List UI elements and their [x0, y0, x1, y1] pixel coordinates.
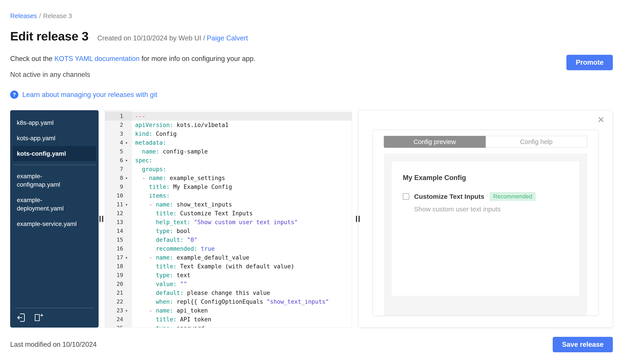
code-line-20[interactable]: 20 value: "": [105, 280, 352, 288]
file-import-icon[interactable]: [16, 313, 26, 323]
code-line-19[interactable]: 19 type: text: [105, 271, 352, 280]
fold-icon[interactable]: ▾: [123, 253, 130, 262]
sidebar-divider: [13, 165, 96, 165]
line-number: 5: [105, 147, 132, 156]
line-number: 10: [105, 191, 132, 200]
code-line-11[interactable]: 11▾ - name: show_text_inputs: [105, 200, 352, 209]
file-item-example-deployment.yaml[interactable]: example-deployment.yaml: [13, 192, 96, 216]
page: Releases/Release 3 Edit release 3 Create…: [0, 0, 623, 364]
doc-line: Check out the KOTS YAML documentation fo…: [10, 55, 255, 63]
file-item-example-configmap.yaml[interactable]: example-configmap.yaml: [13, 168, 96, 192]
config-item-label: Customize Text Inputs: [414, 193, 484, 200]
file-add-icon[interactable]: [33, 313, 43, 323]
code-line-1[interactable]: 1---: [105, 112, 352, 121]
doc-row: Check out the KOTS YAML documentation fo…: [10, 55, 613, 79]
code-line-14[interactable]: 14 type: bool: [105, 227, 352, 235]
code-lines: 1---2apiVersion: kots.io/v1beta13kind: C…: [105, 112, 352, 327]
file-group-1: example-configmap.yamlexample-deployment…: [10, 168, 99, 231]
preview-card: Config previewConfig help My Example Con…: [373, 130, 599, 316]
fold-icon[interactable]: ▾: [123, 156, 130, 165]
line-number: 17▾: [105, 253, 132, 262]
code-line-6[interactable]: 6▾spec:: [105, 156, 352, 165]
line-number: 6▾: [105, 156, 132, 165]
line-number: 15: [105, 235, 132, 244]
code-line-4[interactable]: 4▾metadata:: [105, 138, 352, 147]
line-number: 14: [105, 227, 132, 235]
save-release-button[interactable]: Save release: [553, 337, 613, 352]
code-line-15[interactable]: 15 default: "0": [105, 235, 352, 244]
code-line-21[interactable]: 21 default: please change this value: [105, 288, 352, 297]
created-text: Created on 10/10/2024 by Web UI /: [97, 34, 205, 42]
code-line-9[interactable]: 9 title: My Example Config: [105, 182, 352, 191]
last-modified: Last modified on 10/10/2024: [10, 341, 97, 348]
code-line-25[interactable]: 25 type: password: [105, 324, 352, 327]
line-number: 25: [105, 324, 132, 327]
breadcrumb-current: Release 3: [43, 12, 72, 20]
resize-handle-right[interactable]: [356, 216, 360, 222]
config-preview-panel: ✕ Config previewConfig help My Example C…: [358, 110, 613, 327]
editor-workspace: k8s-app.yamlkots-app.yamlkots-config.yam…: [10, 110, 613, 327]
code-line-22[interactable]: 22 when: repl{{ ConfigOptionEquals "show…: [105, 297, 352, 306]
fold-icon[interactable]: ▾: [123, 174, 130, 182]
line-number: 4▾: [105, 138, 132, 147]
channel-status: Not active in any channels: [10, 71, 255, 79]
line-number: 12: [105, 209, 132, 218]
git-row: ? Learn about managing your releases wit…: [10, 91, 613, 99]
code-line-8[interactable]: 8▾ - name: example_settings: [105, 174, 352, 182]
code-line-7[interactable]: 7 groups:: [105, 165, 352, 174]
created-author-link[interactable]: Paige Calvert: [207, 34, 248, 42]
line-number: 18: [105, 262, 132, 271]
line-number: 8▾: [105, 174, 132, 182]
code-line-23[interactable]: 23▾ - name: api_token: [105, 306, 352, 315]
code-line-2[interactable]: 2apiVersion: kots.io/v1beta1: [105, 121, 352, 129]
code-line-13[interactable]: 13 help_text: "Show custom user text inp…: [105, 218, 352, 227]
code-line-18[interactable]: 18 title: Text Example (with default val…: [105, 262, 352, 271]
tab-config-preview[interactable]: Config preview: [384, 136, 486, 148]
config-item-row: Customize Text Inputs Recommended: [403, 192, 568, 201]
breadcrumb-separator: /: [39, 12, 41, 20]
title-row: Edit release 3 Created on 10/10/2024 by …: [10, 29, 613, 43]
line-number: 2: [105, 121, 132, 129]
fold-icon[interactable]: ▾: [123, 138, 130, 147]
line-number: 19: [105, 271, 132, 280]
close-icon[interactable]: ✕: [597, 115, 605, 124]
config-group-title: My Example Config: [403, 174, 568, 182]
fold-icon[interactable]: ▾: [123, 200, 130, 209]
created-info: Created on 10/10/2024 by Web UI /Paige C…: [97, 34, 248, 42]
line-number: 3: [105, 129, 132, 138]
fold-icon[interactable]: ▾: [123, 306, 130, 315]
breadcrumb-releases-link[interactable]: Releases: [10, 12, 37, 20]
config-preview-content: My Example Config Customize Text Inputs …: [392, 162, 579, 296]
code-line-17[interactable]: 17▾ - name: example_default_value: [105, 253, 352, 262]
config-item-help: Show custom user text inputs: [414, 205, 568, 213]
file-item-kots-config.yaml[interactable]: kots-config.yaml: [13, 146, 96, 162]
line-number: 1: [105, 112, 132, 121]
code-line-10[interactable]: 10 items:: [105, 191, 352, 200]
line-number: 11▾: [105, 200, 132, 209]
code-line-12[interactable]: 12 title: Customize Text Inputs: [105, 209, 352, 218]
git-releases-link[interactable]: Learn about managing your releases with …: [22, 91, 157, 99]
kots-doc-link[interactable]: KOTS YAML documentation: [54, 55, 139, 62]
file-item-example-service.yaml[interactable]: example-service.yaml: [13, 216, 96, 232]
footer-row: Last modified on 10/10/2024 Save release: [10, 337, 613, 352]
file-item-k8s-app.yaml[interactable]: k8s-app.yaml: [13, 115, 96, 131]
sidebar-footer: [15, 308, 94, 327]
line-number: 9: [105, 182, 132, 191]
promote-button[interactable]: Promote: [566, 55, 613, 70]
code-line-3[interactable]: 3kind: Config: [105, 129, 352, 138]
line-number: 7: [105, 165, 132, 174]
line-number: 22: [105, 297, 132, 306]
code-line-5[interactable]: 5 name: config-sample: [105, 147, 352, 156]
code-line-24[interactable]: 24 title: API token: [105, 315, 352, 324]
breadcrumb: Releases/Release 3: [10, 12, 613, 20]
customize-text-inputs-checkbox[interactable]: [403, 193, 409, 200]
resize-handle-left[interactable]: [99, 216, 103, 222]
tab-config-help[interactable]: Config help: [486, 136, 587, 148]
preview-tabs: Config previewConfig help: [384, 136, 587, 148]
line-number: 24: [105, 315, 132, 324]
code-line-16[interactable]: 16 recommended: true: [105, 244, 352, 253]
preview-body: My Example Config Customize Text Inputs …: [384, 154, 587, 316]
file-item-kots-app.yaml[interactable]: kots-app.yaml: [13, 131, 96, 146]
yaml-editor[interactable]: 1---2apiVersion: kots.io/v1beta13kind: C…: [105, 110, 352, 327]
doc-text-before: Check out the: [10, 55, 54, 62]
